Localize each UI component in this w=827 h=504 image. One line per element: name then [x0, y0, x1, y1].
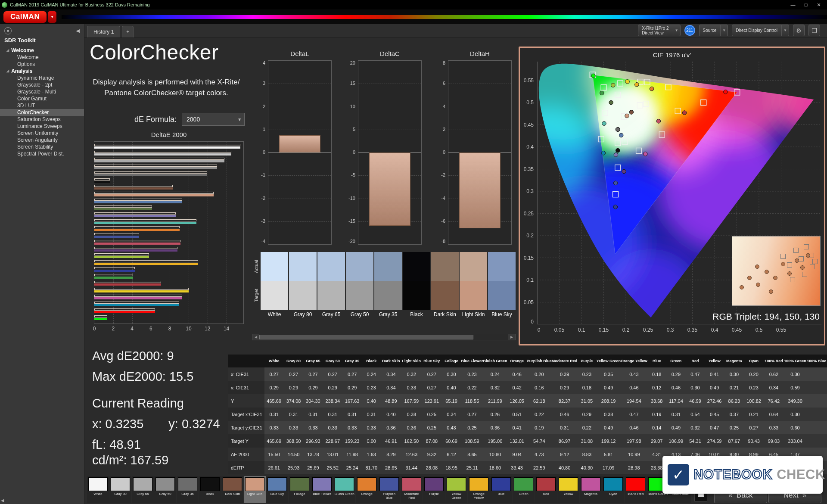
- inset-measured-point: [787, 271, 792, 276]
- sidebar-item-luminance-sweeps[interactable]: Luminance Sweeps: [0, 123, 84, 130]
- source-dropdown[interactable]: Source ▼: [699, 25, 728, 36]
- patch-button-bluish-green[interactable]: Bluish Green: [333, 476, 355, 503]
- column-header: Gray 65: [303, 355, 323, 367]
- patch-button-red[interactable]: Red: [535, 476, 557, 503]
- table-cell: [806, 408, 827, 421]
- sidebar-item-grayscale-2pt[interactable]: Grayscale - 2pt: [0, 81, 84, 88]
- sidebar-item-spectral-power-dist[interactable]: Spectral Power Dist.: [0, 150, 84, 157]
- patch-button-black[interactable]: Black: [199, 476, 221, 503]
- patch-button-gray-65[interactable]: Gray 65: [132, 476, 154, 503]
- meter-name: X-Rite i1Pro 2: [642, 26, 668, 31]
- patch-button-light-skin[interactable]: Light Skin: [244, 476, 266, 503]
- table-cell: 0.43: [442, 421, 461, 434]
- patch-button-dark-skin[interactable]: Dark Skin: [221, 476, 243, 503]
- chevron-down-icon[interactable]: ▼: [673, 25, 680, 36]
- patch-button-foliage[interactable]: Foliage: [289, 476, 311, 503]
- patch-button-blue-sky[interactable]: Blue Sky: [266, 476, 288, 503]
- sidebar-item-welcome[interactable]: Welcome: [0, 54, 84, 61]
- swatch-scrollbar[interactable]: ◀ ▶: [252, 334, 516, 340]
- table-cell: 0.31: [284, 408, 303, 421]
- logo-menu-arrow-icon[interactable]: ▼: [48, 11, 56, 23]
- cie-measured-point: [622, 169, 626, 174]
- column-header: Gray 80: [284, 355, 303, 367]
- gridline: [358, 84, 421, 84]
- patch-button-moderate-red[interactable]: Moderate Red: [401, 476, 423, 503]
- patch-button-blue[interactable]: Blue: [490, 476, 512, 503]
- table-cell: 0.18: [577, 381, 596, 394]
- table-cell: 18.60: [483, 461, 507, 474]
- sidebar-item-dynamic-range[interactable]: Dynamic Range: [0, 75, 84, 81]
- axis-tick-label: -10: [348, 196, 355, 201]
- patch-button-yellow-green[interactable]: Yellow Green: [445, 476, 467, 503]
- tab-history-1[interactable]: History 1: [87, 26, 120, 37]
- collapse-sidebar-icon[interactable]: ◀: [76, 28, 80, 34]
- table-row: Y465.69374.08304.30238.34167.630.4048.89…: [228, 394, 827, 408]
- axis-tick-label: 0.3: [667, 327, 674, 333]
- patch-button-green[interactable]: Green: [513, 476, 535, 503]
- gear-icon[interactable]: ⚙: [793, 25, 805, 36]
- scroll-left-icon[interactable]: ◀: [252, 334, 259, 340]
- sidebar-item-screen-uniformity[interactable]: Screen Uniformity: [0, 130, 84, 137]
- scroll-right-icon[interactable]: ▶: [508, 334, 515, 340]
- sidebar-group-welcome[interactable]: ◢Welcome: [0, 47, 84, 54]
- meter-dropdown[interactable]: X-Rite i1Pro 2 Direct View ▼: [638, 25, 680, 36]
- deltae-bar: [94, 146, 240, 149]
- table-cell: 6.12: [442, 448, 461, 461]
- patch-button-gray-50[interactable]: Gray 50: [154, 476, 176, 503]
- minimize-button[interactable]: —: [787, 0, 799, 9]
- cie-measured-point: [650, 87, 654, 91]
- patch-button-gray-35[interactable]: Gray 35: [177, 476, 199, 503]
- table-cell: 9.04: [507, 448, 526, 461]
- patch-button-yellow[interactable]: Yellow: [557, 476, 579, 503]
- column-header: 100% Red: [764, 355, 784, 367]
- workflow-options-icon[interactable]: [4, 27, 12, 34]
- chevron-down-icon[interactable]: ▼: [720, 25, 728, 36]
- sidebar-group-analysis[interactable]: ◢Analysis: [0, 68, 84, 75]
- swatch-label: Blue Sky: [488, 310, 516, 319]
- patch-button-blue-flower[interactable]: Blue Flower: [311, 476, 333, 503]
- new-tab-button[interactable]: +: [122, 26, 134, 37]
- sidebar-item-screen-angularity[interactable]: Screen Angularity: [0, 137, 84, 143]
- scrollbar-thumb[interactable]: [259, 335, 473, 339]
- calman-logo[interactable]: CalMAN: [3, 11, 47, 23]
- patch-button-cyan[interactable]: Cyan: [602, 476, 624, 503]
- axis-tick-label: 0.25: [524, 211, 534, 217]
- axis-tick-label: 0: [93, 326, 96, 332]
- patch-button-gray-80[interactable]: Gray 80: [109, 476, 131, 503]
- column-header: 100% Blue: [806, 355, 827, 367]
- table-cell: 14.50: [284, 448, 303, 461]
- patch-button-purplish-blue[interactable]: Purplish Blue: [378, 476, 400, 503]
- sidebar-item-options[interactable]: Options: [0, 61, 84, 68]
- patch-button-magenta[interactable]: Magenta: [580, 476, 602, 503]
- patch-button-orange-yellow[interactable]: Orange Yellow: [468, 476, 490, 503]
- sidebar-item-color-gamut[interactable]: Color Gamut: [0, 95, 84, 102]
- table-cell: 0.46: [666, 381, 686, 394]
- chevron-down-icon[interactable]: ▼: [781, 25, 789, 36]
- sidebar-item-screen-stability[interactable]: Screen Stability: [0, 143, 84, 150]
- patch-button-white[interactable]: White: [87, 476, 109, 503]
- sidebar-item-saturation-sweeps[interactable]: Saturation Sweeps: [0, 116, 84, 123]
- sidebar-scroll-left-icon[interactable]: ◀: [1, 498, 4, 503]
- display-control-dropdown[interactable]: Direct Display Control ▼: [732, 25, 789, 36]
- patch-button-orange[interactable]: Orange: [356, 476, 378, 503]
- patch-button-purple[interactable]: Purple: [423, 476, 445, 503]
- table-cell: 0.42: [507, 381, 526, 394]
- inset-measured-point: [765, 270, 769, 274]
- watermark-text-1: NOTEBOOK: [693, 467, 772, 482]
- rainbow-gradient-strip: [62, 15, 827, 19]
- close-button[interactable]: ✕: [812, 0, 825, 9]
- expander-icon[interactable]: ◢: [6, 47, 9, 54]
- layout-icon[interactable]: ❒: [808, 25, 820, 36]
- sidebar-item-3d-lut[interactable]: 3D LUT: [0, 102, 84, 109]
- sidebar-item-grayscale-multi[interactable]: Grayscale - Multi: [0, 88, 84, 95]
- sidebar-item-colorchecker[interactable]: ColorChecker: [0, 109, 84, 116]
- table-cell: [806, 421, 827, 434]
- maximize-button[interactable]: □: [799, 0, 812, 9]
- table-cell: 0.31: [303, 408, 323, 421]
- inset-target-point: [809, 253, 814, 258]
- patch-button-100-red[interactable]: 100% Red: [625, 476, 647, 503]
- axis-tick-label: -2: [441, 172, 445, 177]
- expander-icon[interactable]: ◢: [6, 68, 9, 75]
- de-formula-select[interactable]: 2000 ▼: [182, 113, 245, 126]
- table-cell: 25.24: [342, 461, 362, 474]
